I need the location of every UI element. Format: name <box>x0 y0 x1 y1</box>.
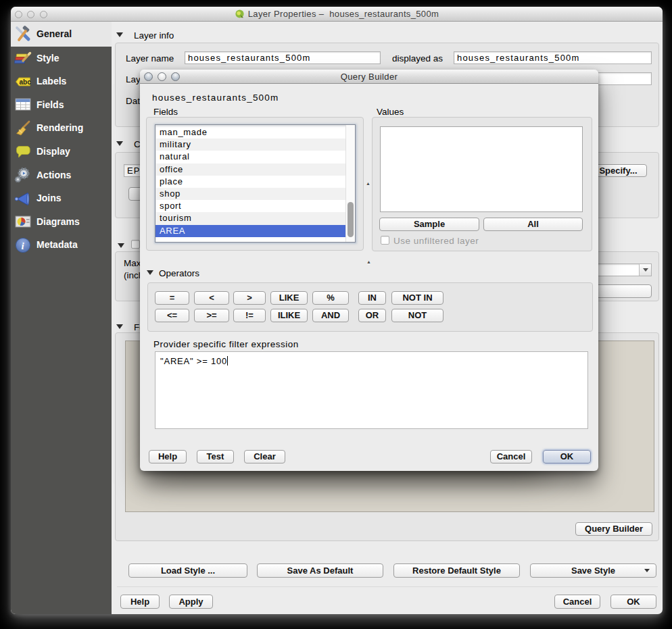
svg-text:abc: abc <box>20 78 32 85</box>
